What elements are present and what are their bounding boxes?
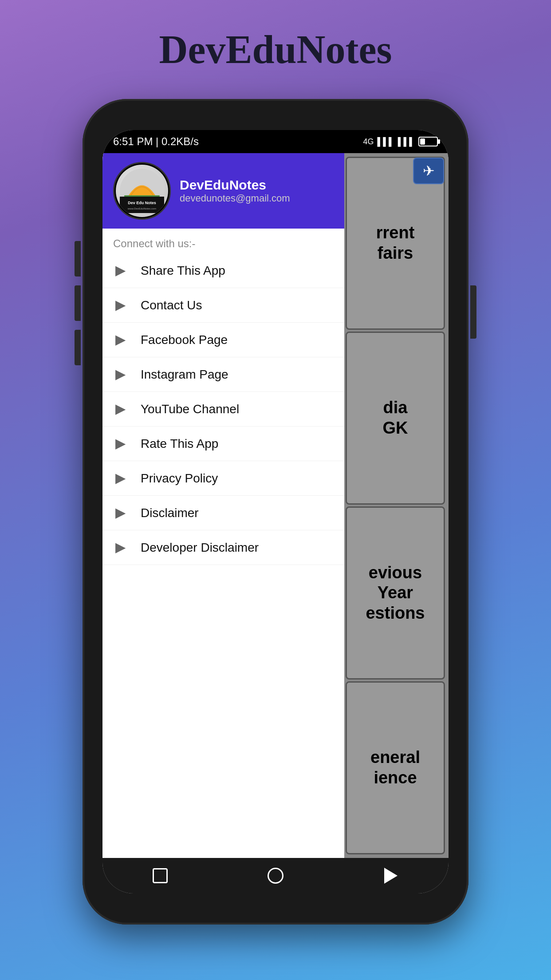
connect-label: Connect with us:- bbox=[102, 229, 344, 253]
drawer-header-info: DevEduNotes devedunotes@gmail.com bbox=[180, 178, 290, 204]
svg-rect-1 bbox=[124, 195, 160, 197]
menu-item-developer-disclaimer[interactable]: ▶ Developer Disclaimer bbox=[102, 530, 344, 565]
home-icon bbox=[268, 868, 283, 884]
battery-icon bbox=[418, 137, 438, 146]
menu-item-youtube[interactable]: ▶ YouTube Channel bbox=[102, 392, 344, 427]
drawer-app-name: DevEduNotes bbox=[180, 178, 290, 193]
menu-item-facebook[interactable]: ▶ Facebook Page bbox=[102, 323, 344, 357]
svg-text:Dev Edu Notes: Dev Edu Notes bbox=[128, 201, 156, 205]
home-button[interactable] bbox=[264, 867, 287, 885]
bottom-nav bbox=[102, 858, 449, 893]
menu-list: ▶ Share This App ▶ Contact Us ▶ Facebook… bbox=[102, 253, 344, 858]
menu-item-rate[interactable]: ▶ Rate This App bbox=[102, 427, 344, 461]
telegram-button[interactable]: ✈ bbox=[413, 158, 444, 184]
drawer-header: Dev Edu Notes www.DevEduNotes.com DevEdu… bbox=[102, 153, 344, 229]
arrow-icon: ▶ bbox=[113, 471, 127, 486]
arrow-icon: ▶ bbox=[113, 367, 127, 382]
menu-item-instagram[interactable]: ▶ Instagram Page bbox=[102, 357, 344, 392]
menu-label-developer-disclaimer: Developer Disclaimer bbox=[141, 541, 259, 555]
card-3-text: eviousYearestions bbox=[366, 563, 425, 624]
arrow-icon: ▶ bbox=[113, 402, 127, 416]
logo-circle: Dev Edu Notes www.DevEduNotes.com bbox=[113, 162, 171, 220]
arrow-icon: ▶ bbox=[113, 436, 127, 451]
main-content: ✈ rrentfairs diaGK eviousYearestions ene… bbox=[342, 153, 449, 858]
arrow-icon: ▶ bbox=[113, 540, 127, 555]
signal-bars-icon: ▌▌▌ bbox=[377, 137, 394, 146]
telegram-icon: ✈ bbox=[423, 162, 435, 179]
content-card-3[interactable]: eviousYearestions bbox=[346, 506, 445, 680]
logo-svg: Dev Edu Notes www.DevEduNotes.com bbox=[120, 169, 164, 213]
logo-inner: Dev Edu Notes www.DevEduNotes.com bbox=[116, 165, 168, 217]
recent-apps-icon bbox=[153, 868, 168, 883]
menu-label-instagram: Instagram Page bbox=[141, 368, 228, 382]
content-card-2[interactable]: diaGK bbox=[346, 332, 445, 505]
app-title: DevEduNotes bbox=[159, 27, 392, 72]
arrow-icon: ▶ bbox=[113, 263, 127, 278]
phone-screen: 6:51 PM | 0.2KB/s 4G ▌▌▌ ▌▌▌ ✈ rrent bbox=[102, 130, 449, 893]
menu-item-privacy[interactable]: ▶ Privacy Policy bbox=[102, 461, 344, 496]
content-card-4[interactable]: eneralience bbox=[346, 681, 445, 854]
svg-text:www.DevEduNotes.com: www.DevEduNotes.com bbox=[127, 207, 156, 210]
card-4-text: eneralience bbox=[370, 747, 420, 788]
recent-apps-button[interactable] bbox=[149, 867, 171, 885]
menu-label-privacy: Privacy Policy bbox=[141, 471, 218, 486]
status-icons: 4G ▌▌▌ ▌▌▌ bbox=[363, 137, 438, 146]
signal-bars2-icon: ▌▌▌ bbox=[398, 137, 415, 146]
network-indicator: 4G bbox=[363, 137, 374, 146]
back-icon bbox=[384, 868, 398, 884]
phone-frame: 6:51 PM | 0.2KB/s 4G ▌▌▌ ▌▌▌ ✈ rrent bbox=[83, 99, 468, 925]
battery-fill bbox=[420, 138, 425, 145]
arrow-icon: ▶ bbox=[113, 298, 127, 312]
menu-label-youtube: YouTube Channel bbox=[141, 402, 239, 416]
menu-item-disclaimer[interactable]: ▶ Disclaimer bbox=[102, 496, 344, 530]
arrow-icon: ▶ bbox=[113, 332, 127, 347]
back-button[interactable] bbox=[380, 867, 402, 885]
menu-item-contact[interactable]: ▶ Contact Us bbox=[102, 288, 344, 323]
status-bar: 6:51 PM | 0.2KB/s 4G ▌▌▌ ▌▌▌ bbox=[102, 130, 449, 153]
menu-label-facebook: Facebook Page bbox=[141, 333, 228, 347]
drawer-email: devedunotes@gmail.com bbox=[180, 193, 290, 204]
menu-label-disclaimer: Disclaimer bbox=[141, 506, 199, 520]
card-2-text: diaGK bbox=[383, 398, 408, 438]
arrow-icon: ▶ bbox=[113, 506, 127, 520]
navigation-drawer: Dev Edu Notes www.DevEduNotes.com DevEdu… bbox=[102, 153, 344, 858]
menu-label-share: Share This App bbox=[141, 264, 225, 278]
card-1-text: rrentfairs bbox=[376, 223, 415, 263]
menu-item-share[interactable]: ▶ Share This App bbox=[102, 253, 344, 288]
screen-content: ✈ rrentfairs diaGK eviousYearestions ene… bbox=[102, 153, 449, 858]
menu-label-contact: Contact Us bbox=[141, 298, 202, 312]
menu-label-rate: Rate This App bbox=[141, 437, 218, 451]
status-time: 6:51 PM | 0.2KB/s bbox=[113, 135, 199, 148]
